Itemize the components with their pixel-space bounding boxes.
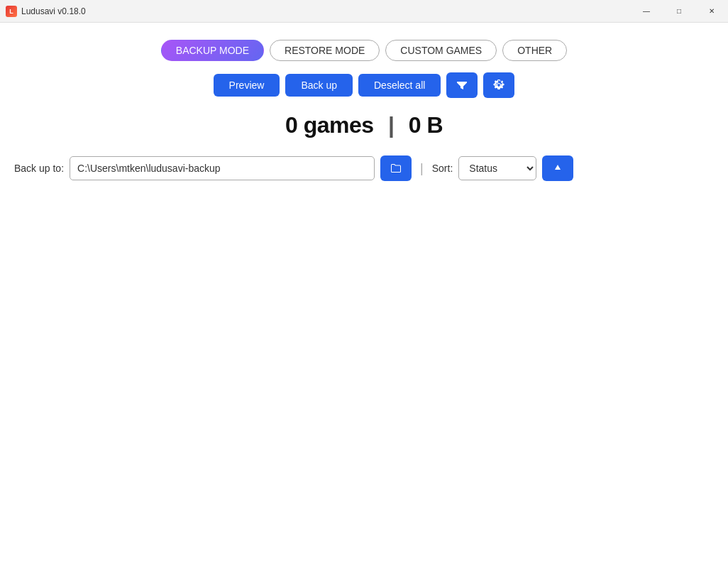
filter-icon: [456, 80, 468, 91]
sort-select[interactable]: Status Name Size: [458, 156, 536, 180]
summary-text: 0 games | 0 B: [285, 112, 443, 138]
backup-to-label: Back up to:: [14, 163, 64, 174]
filter-button[interactable]: [446, 72, 478, 98]
tab-restore-mode[interactable]: RESTORE MODE: [270, 40, 380, 61]
backup-button[interactable]: Back up: [285, 74, 353, 97]
close-icon: ✕: [709, 8, 715, 15]
close-button[interactable]: ✕: [695, 0, 728, 23]
sort-label: Sort:: [432, 163, 453, 174]
app-title: Ludusavi v0.18.0: [21, 6, 86, 16]
settings-button[interactable]: [483, 72, 514, 98]
main-content: BACKUP MODE RESTORE MODE CUSTOM GAMES OT…: [0, 23, 728, 181]
summary-separator: |: [388, 112, 394, 138]
app-icon: L: [6, 6, 17, 17]
browse-folder-button[interactable]: [380, 155, 412, 181]
path-sort-separator: |: [420, 161, 424, 176]
backup-path-input[interactable]: [70, 156, 375, 180]
sort-direction-button[interactable]: [542, 155, 573, 181]
backup-row: Back up to: | Sort: Status Name Size: [0, 155, 728, 181]
mode-tabs: BACKUP MODE RESTORE MODE CUSTOM GAMES OT…: [161, 40, 567, 61]
tab-backup-mode[interactable]: BACKUP MODE: [161, 40, 264, 61]
backup-size: 0 B: [409, 112, 443, 138]
tab-custom-games[interactable]: CUSTOM GAMES: [385, 40, 497, 61]
folder-icon: [390, 163, 402, 174]
deselect-all-button[interactable]: Deselect all: [358, 74, 441, 97]
title-bar-left: L Ludusavi v0.18.0: [6, 6, 86, 17]
title-bar: L Ludusavi v0.18.0 — □ ✕: [0, 0, 728, 23]
maximize-button[interactable]: □: [663, 0, 695, 23]
minimize-button[interactable]: —: [630, 0, 663, 23]
preview-button[interactable]: Preview: [214, 74, 280, 97]
games-count: 0 games: [285, 112, 374, 138]
window-controls: — □ ✕: [630, 0, 728, 23]
gear-icon: [493, 80, 504, 91]
action-row: Preview Back up Deselect all: [214, 72, 515, 98]
minimize-icon: —: [643, 8, 650, 15]
maximize-icon: □: [677, 8, 681, 15]
tab-other[interactable]: OTHER: [502, 40, 567, 61]
sort-ascending-icon: [552, 163, 563, 174]
